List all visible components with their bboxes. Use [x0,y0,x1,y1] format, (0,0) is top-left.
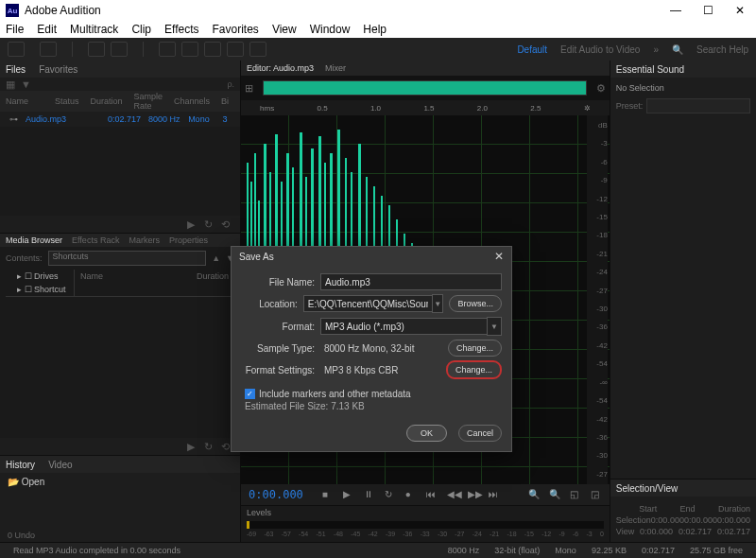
filter-icon[interactable]: ρ. [227,79,234,89]
skip-fwd-button[interactable]: ⏭ [489,489,500,500]
chevron-down-icon[interactable]: ▼ [432,294,444,313]
workspace-default[interactable]: Default [517,44,547,55]
menu-window[interactable]: Window [310,23,351,36]
history-open[interactable]: Open [22,477,44,487]
tab-video[interactable]: Video [48,460,72,470]
filename-input[interactable] [320,273,502,290]
file-duration: 0:02.717 [104,114,145,124]
multitrack-icon[interactable] [40,42,57,57]
zoom-tool-icon[interactable]: ◲ [591,489,602,500]
status-channels: Mono [547,546,584,555]
col-duration[interactable]: Duration [191,270,234,296]
options-icon[interactable]: ⚙ [593,82,610,95]
time-ruler[interactable]: hms 0.5 1.0 1.5 2.0 2.5 ✲ [241,100,610,115]
zoom-icon[interactable]: ⊞ [241,82,257,95]
tool-icon[interactable] [111,42,128,57]
search-icon[interactable]: 🔍 [672,44,683,55]
col-status[interactable]: Status [49,96,85,106]
include-markers-checkbox[interactable]: ✓ [245,389,255,399]
col-name[interactable]: Name [0,96,49,106]
maximize-button[interactable]: ☐ [692,0,724,21]
files-toolbar-icon[interactable]: ▼ [21,78,31,90]
forward-button[interactable]: ▶▶ [468,489,479,500]
stop-button[interactable]: ■ [322,489,334,500]
menu-file[interactable]: File [6,23,24,36]
tab-history[interactable]: History [6,460,35,470]
tab-media-browser[interactable]: Media Browser [6,235,62,245]
ok-button[interactable]: OK [406,425,447,442]
contents-label: Contents: [6,253,43,263]
tab-essential-sound[interactable]: Essential Sound [616,64,684,75]
tab-editor[interactable]: Editor: Audio.mp3 [247,63,314,73]
tool-icon[interactable] [88,42,105,57]
shortcut-item[interactable]: ▸ ☐ Shortcut [6,283,74,296]
menu-favorites[interactable]: Favorites [213,23,259,36]
tab-files[interactable]: Files [6,64,26,75]
menu-multitrack[interactable]: Multitrack [70,23,118,36]
loop-icon[interactable]: ↻ [204,218,215,230]
tool-icon[interactable] [181,42,198,57]
tool-icon[interactable] [227,42,244,57]
right-column: Essential Sound No Selection Preset: Sel… [610,61,756,542]
close-icon[interactable]: ✕ [494,250,504,263]
contents-dropdown[interactable]: Shortcuts [48,251,207,266]
up-icon[interactable]: ▲ [212,253,220,263]
waveform-icon[interactable] [8,42,25,57]
play-icon[interactable]: ▶ [187,441,198,452]
tool-icon[interactable] [204,42,221,57]
workspace-video[interactable]: Edit Audio to Video [560,44,640,55]
preset-dropdown[interactable] [646,98,750,113]
loop-icon[interactable]: ↻ [204,441,215,452]
files-toolbar-icon[interactable]: ▦ [6,78,15,91]
col-bitdepth[interactable]: Bi [215,96,234,106]
change-format-button[interactable]: Change... [446,360,502,379]
col-channels[interactable]: Channels [168,96,215,106]
loop-button[interactable]: ↻ [385,489,396,500]
file-row[interactable]: ⊶ Audio.mp3 0:02.717 8000 Hz Mono 3 [0,112,240,127]
menu-help[interactable]: Help [363,23,387,36]
tab-favorites[interactable]: Favorites [39,64,77,75]
format-dropdown[interactable] [320,318,488,335]
timeline-overview[interactable]: ⊞ ⚙ [241,76,610,100]
browse-button[interactable]: Browse... [449,295,502,312]
search-placeholder[interactable]: Search Help [696,44,748,55]
play-button[interactable]: ▶ [343,489,354,500]
zoom-tool-icon[interactable]: ◱ [570,489,581,500]
tab-markers[interactable]: Markers [129,235,160,245]
zoom-out-icon[interactable]: 🔍 [549,489,560,500]
col-samplerate[interactable]: Sample Rate [128,92,168,111]
svg-rect-15 [330,153,333,257]
cancel-button[interactable]: Cancel [458,425,502,442]
pause-button[interactable]: ⏸ [364,489,375,500]
menu-effects[interactable]: Effects [164,23,198,36]
play-icon[interactable]: ▶ [187,218,198,230]
record-button[interactable]: ● [405,489,417,500]
tab-mixer[interactable]: Mixer [325,63,346,73]
menu-edit[interactable]: Edit [37,23,57,36]
workspace-more-icon[interactable]: » [653,44,659,55]
settings-icon[interactable]: ✲ [584,104,591,113]
minimize-button[interactable]: — [660,0,692,21]
file-name: Audio.mp3 [22,114,72,124]
location-input[interactable] [303,295,433,312]
menu-view[interactable]: View [272,23,297,36]
status-duration: 0:02.717 [634,546,682,555]
tab-selection-view[interactable]: Selection/View [616,483,678,494]
rewind-button[interactable]: ◀◀ [447,489,458,500]
chevron-down-icon[interactable]: ▼ [487,317,502,336]
tab-properties[interactable]: Properties [169,235,208,245]
auto-icon[interactable]: ⟲ [221,218,232,230]
tab-effects-rack[interactable]: Effects Rack [72,235,119,245]
tool-icon[interactable] [249,42,266,57]
tool-icon[interactable] [159,42,176,57]
status-bitdepth: 32-bit (float) [487,546,547,555]
close-button[interactable]: ✕ [724,0,756,21]
drives-item[interactable]: ▸ ☐ Drives [6,270,74,283]
col-duration[interactable]: Duration [84,96,128,106]
zoom-in-icon[interactable]: 🔍 [528,489,540,500]
skip-back-button[interactable]: ⏮ [426,489,438,500]
location-label: Location: [241,299,303,309]
menu-clip[interactable]: Clip [131,23,151,36]
col-name[interactable]: Name [75,270,191,296]
change-sample-button[interactable]: Change... [448,340,502,357]
